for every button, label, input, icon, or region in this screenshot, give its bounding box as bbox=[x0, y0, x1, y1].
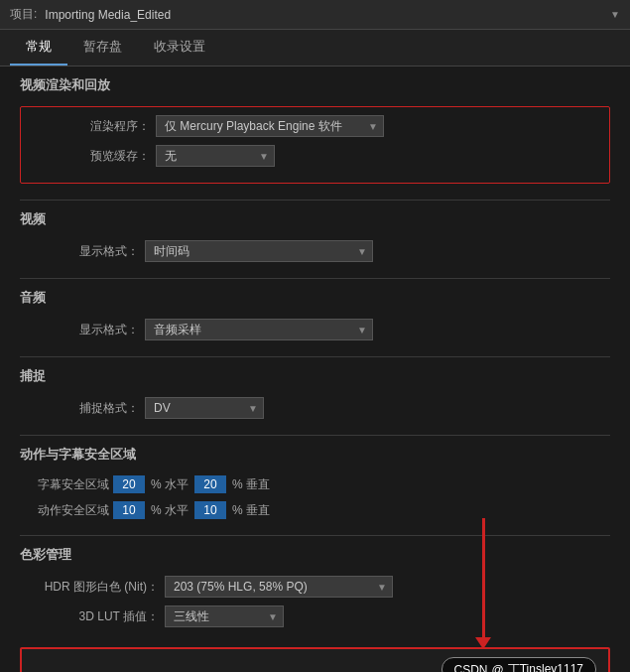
hdr-row: HDR 图形白色 (Nit)： 203 (75% HLG, 58% PQ) 10… bbox=[20, 576, 610, 598]
video-render-title: 视频渲染和回放 bbox=[20, 76, 610, 98]
audio-format-label: 显示格式： bbox=[20, 322, 139, 338]
renderer-label: 渲染程序： bbox=[31, 118, 150, 135]
preview-row: 预览缓存： 无 自动 ▼ bbox=[31, 145, 599, 167]
capture-section: 捕捉 捕捉格式： DV HDV ▼ bbox=[20, 367, 610, 419]
preview-select-wrap: 无 自动 ▼ bbox=[156, 145, 275, 167]
divider-2 bbox=[20, 278, 610, 279]
action-h-unit: % 水平 bbox=[151, 502, 189, 519]
action-safe-section: 动作与字幕安全区域 字幕安全区域 % 水平 % 垂直 动作安全区域 % 水平 %… bbox=[20, 446, 610, 519]
action-safe-title: 动作与字幕安全区域 bbox=[20, 446, 610, 468]
lut-row: 3D LUT 插值： 三线性 四面体 ▼ bbox=[20, 605, 610, 627]
hdr-label: HDR 图形白色 (Nit)： bbox=[20, 579, 159, 596]
capture-format-select-wrap: DV HDV ▼ bbox=[145, 397, 264, 419]
at-symbol: @ bbox=[492, 663, 504, 673]
project-select[interactable]: Importing Media_Edited bbox=[45, 8, 602, 22]
red-arrow-container bbox=[475, 518, 491, 649]
video-render-section: 视频渲染和回放 渲染程序： 仅 Mercury Playback Engine … bbox=[20, 76, 610, 184]
divider-3 bbox=[20, 356, 610, 357]
lut-select[interactable]: 三线性 四面体 bbox=[165, 605, 284, 627]
video-section: 视频 显示格式： 时间码 帧 英尺+帧 ▼ bbox=[20, 210, 610, 262]
audio-format-row: 显示格式： 音频采样 毫秒 ▼ bbox=[20, 319, 610, 340]
subtitle-safe-label: 字幕安全区域 bbox=[20, 476, 109, 493]
bottom-area: CSDN @ 丁Tinsley1117 bbox=[20, 647, 610, 672]
project-label: 项目: bbox=[10, 6, 37, 23]
video-render-box: 渲染程序： 仅 Mercury Playback Engine 软件 Mercu… bbox=[20, 106, 610, 184]
main-content: 视频渲染和回放 渲染程序： 仅 Mercury Playback Engine … bbox=[0, 67, 630, 672]
watermark-box: CSDN @ 丁Tinsley1117 bbox=[20, 647, 610, 672]
divider-1 bbox=[20, 200, 610, 201]
project-chevron-icon: ▼ bbox=[610, 9, 620, 20]
video-format-label: 显示格式： bbox=[20, 243, 139, 260]
subtitle-v-unit: % 垂直 bbox=[232, 476, 270, 493]
action-v-unit: % 垂直 bbox=[232, 502, 270, 519]
renderer-select-wrap: 仅 Mercury Playback Engine 软件 Mercury Pla… bbox=[156, 115, 384, 137]
hdr-select-wrap: 203 (75% HLG, 58% PQ) 100 300 ▼ bbox=[165, 576, 393, 598]
action-h-input[interactable] bbox=[113, 501, 145, 519]
tab-scratch[interactable]: 暂存盘 bbox=[67, 30, 138, 66]
subtitle-h-input[interactable] bbox=[113, 475, 145, 493]
renderer-select[interactable]: 仅 Mercury Playback Engine 软件 Mercury Pla… bbox=[156, 115, 384, 137]
subtitle-v-input[interactable] bbox=[194, 475, 226, 493]
action-safe-label: 动作安全区域 bbox=[20, 502, 109, 519]
arrow-head bbox=[475, 637, 491, 649]
audio-format-select[interactable]: 音频采样 毫秒 bbox=[145, 319, 373, 340]
renderer-row: 渲染程序： 仅 Mercury Playback Engine 软件 Mercu… bbox=[31, 115, 599, 137]
action-safe-row: 动作安全区域 % 水平 % 垂直 bbox=[20, 501, 610, 519]
video-section-title: 视频 bbox=[20, 210, 610, 232]
audio-section-title: 音频 bbox=[20, 289, 610, 311]
preview-label: 预览缓存： bbox=[31, 148, 150, 165]
color-management-section: 色彩管理 HDR 图形白色 (Nit)： 203 (75% HLG, 58% P… bbox=[20, 546, 610, 627]
video-format-row: 显示格式： 时间码 帧 英尺+帧 ▼ bbox=[20, 240, 610, 262]
capture-format-select[interactable]: DV HDV bbox=[145, 397, 264, 419]
preview-select[interactable]: 无 自动 bbox=[156, 145, 275, 167]
watermark-text: CSDN @ 丁Tinsley1117 bbox=[441, 657, 596, 672]
tab-bar: 常规 暂存盘 收录设置 bbox=[0, 30, 630, 67]
hdr-select[interactable]: 203 (75% HLG, 58% PQ) 100 300 bbox=[165, 576, 393, 598]
capture-format-label: 捕捉格式： bbox=[20, 400, 139, 417]
capture-format-row: 捕捉格式： DV HDV ▼ bbox=[20, 397, 610, 419]
user-label: 丁Tinsley1117 bbox=[508, 661, 583, 672]
video-format-select[interactable]: 时间码 帧 英尺+帧 bbox=[145, 240, 373, 262]
subtitle-safe-row: 字幕安全区域 % 水平 % 垂直 bbox=[20, 475, 610, 493]
tab-general[interactable]: 常规 bbox=[10, 30, 67, 66]
video-format-select-wrap: 时间码 帧 英尺+帧 ▼ bbox=[145, 240, 373, 262]
action-v-input[interactable] bbox=[194, 501, 226, 519]
capture-section-title: 捕捉 bbox=[20, 367, 610, 389]
color-management-title: 色彩管理 bbox=[20, 546, 610, 568]
audio-section: 音频 显示格式： 音频采样 毫秒 ▼ bbox=[20, 289, 610, 340]
subtitle-h-unit: % 水平 bbox=[151, 476, 189, 493]
tab-ingest[interactable]: 收录设置 bbox=[138, 30, 221, 66]
arrow-line bbox=[482, 518, 485, 637]
divider-5 bbox=[20, 535, 610, 536]
audio-format-select-wrap: 音频采样 毫秒 ▼ bbox=[145, 319, 373, 340]
csdn-label: CSDN bbox=[454, 663, 488, 673]
lut-select-wrap: 三线性 四面体 ▼ bbox=[165, 605, 284, 627]
lut-label: 3D LUT 插值： bbox=[20, 608, 159, 625]
project-bar: 项目: Importing Media_Edited ▼ bbox=[0, 0, 630, 30]
divider-4 bbox=[20, 435, 610, 436]
